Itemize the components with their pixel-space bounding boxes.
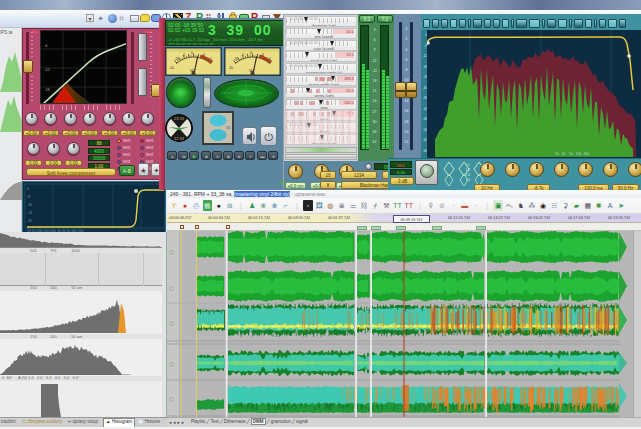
svg-text:-6: -6 <box>44 43 48 48</box>
svg-text:-18: -18 <box>44 87 51 92</box>
svg-text:23 59: 23 59 <box>174 116 185 121</box>
svg-text:-32: -32 <box>27 219 32 223</box>
svg-text:+6: +6 <box>208 57 212 61</box>
svg-text:+3: +3 <box>260 53 264 57</box>
svg-text:0: 0 <box>250 51 252 55</box>
svg-text:-20: -20 <box>228 66 233 70</box>
svg-text:-5: -5 <box>182 53 185 57</box>
svg-text:0: 0 <box>191 51 193 55</box>
svg-text:-12: -12 <box>44 67 51 72</box>
svg-text:0: 0 <box>27 187 29 191</box>
svg-text:-10: -10 <box>233 57 238 61</box>
svg-text:12 34: 12 34 <box>174 136 185 141</box>
svg-text:-20: -20 <box>169 66 174 70</box>
svg-text:-24: -24 <box>27 211 32 215</box>
svg-text:-5: -5 <box>241 53 244 57</box>
svg-text:-16: -16 <box>27 203 32 207</box>
svg-text:-8: -8 <box>27 195 30 199</box>
svg-text:+3: +3 <box>201 53 205 57</box>
svg-text:-10: -10 <box>174 57 179 61</box>
svg-text:+6: +6 <box>267 57 271 61</box>
svg-text:33: 33 <box>226 125 231 130</box>
